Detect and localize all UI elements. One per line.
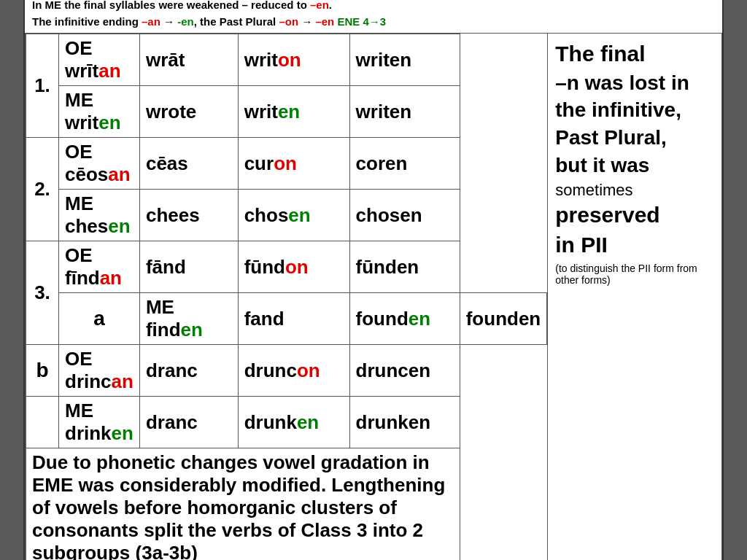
- table-row: b OE drincan dranc druncon druncen: [26, 345, 547, 397]
- slide: In ME the final syllables were weakened …: [23, 0, 724, 560]
- word-cell: ME writen: [59, 86, 140, 138]
- word-cell: druncon: [238, 345, 349, 397]
- word-cell: fand: [238, 293, 349, 345]
- word-cell: fānd: [139, 241, 238, 293]
- header: In ME the final syllables were weakened …: [25, 0, 722, 33]
- right-line4: but it was: [555, 154, 649, 176]
- word-cell: chees: [139, 190, 238, 241]
- word-cell: OE fīndan: [59, 241, 140, 293]
- header-arrow1: →: [160, 15, 177, 28]
- footer-row: Due to phonetic changes vowel gradation …: [26, 448, 547, 561]
- header-en-green: -en: [177, 15, 194, 28]
- word-cell: founden: [460, 293, 547, 345]
- num-cell-a: a: [59, 293, 140, 345]
- word-cell: drunken: [238, 397, 349, 448]
- word-cell: OE drincan: [59, 345, 140, 397]
- header-on: –on: [279, 15, 298, 28]
- header-line1-text: In ME the final syllables were weakened …: [32, 0, 310, 11]
- ene-label: ENE 4→3: [334, 15, 386, 28]
- word-cell: ME chesen: [59, 190, 140, 241]
- right-panel-content: The final –n was lost in the infinitive,…: [555, 39, 714, 286]
- word-cell: writon: [238, 34, 349, 86]
- word-cell: writen: [238, 86, 349, 138]
- word-cell: druncen: [349, 345, 460, 397]
- header-line2: The infinitive ending –an → -en, the Pas…: [32, 14, 715, 31]
- table-row: a ME finden fand founden founden: [26, 293, 547, 345]
- word-cell: chosen: [349, 190, 460, 241]
- word-cell: drunken: [349, 397, 460, 448]
- word-cell: ME finden: [139, 293, 238, 345]
- left-section: 1. OE wrītan wrāt writon writen ME write…: [26, 34, 548, 561]
- header-line2-text: The infinitive ending: [32, 15, 142, 28]
- main-table: 1. OE wrītan wrāt writon writen ME write…: [25, 33, 722, 560]
- header-arrow2: →: [298, 15, 315, 28]
- right-panel: The final –n was lost in the infinitive,…: [548, 34, 722, 561]
- num-cell-empty: [26, 397, 59, 448]
- word-cell: wrāt: [139, 34, 238, 86]
- header-mid2: , the Past Plural: [194, 15, 279, 28]
- word-cell: cēas: [139, 138, 238, 190]
- word-cell: founden: [349, 293, 460, 345]
- right-line6: preserved: [555, 203, 659, 227]
- table-row: 2. OE cēosan cēas curon coren: [26, 138, 547, 190]
- table-row: 3. OE fīndan fānd fūndon fūnden: [26, 241, 547, 293]
- num-cell-1: 1.: [26, 34, 59, 138]
- word-cell: ME drinken: [59, 397, 140, 448]
- num-cell-2: 2.: [26, 138, 59, 241]
- word-cell: writen: [349, 34, 460, 86]
- word-cell: OE cēosan: [59, 138, 140, 190]
- word-cell: fūndon: [238, 241, 349, 293]
- word-cell: curon: [238, 138, 349, 190]
- word-cell: dranc: [139, 397, 238, 448]
- num-cell-b: b: [26, 345, 59, 397]
- table-row: ME writen wrote writen writen: [26, 86, 547, 138]
- table-row: 1. OE wrītan wrāt writon writen: [26, 34, 547, 86]
- table-row: ME chesen chees chosen chosen: [26, 190, 547, 241]
- word-cell: OE wrītan: [59, 34, 140, 86]
- header-en2: –en: [315, 15, 334, 28]
- footer-text: Due to phonetic changes vowel gradation …: [26, 448, 460, 561]
- header-line1: In ME the final syllables were weakened …: [32, 0, 715, 14]
- right-line2: –n was lost in the infinitive,: [555, 71, 689, 122]
- word-cell: coren: [349, 138, 460, 190]
- right-note: (to distinguish the PII form from other …: [555, 262, 714, 286]
- header-en-suffix: –en: [310, 0, 329, 11]
- right-line5: sometimes: [555, 181, 632, 199]
- word-cell: fūnden: [349, 241, 460, 293]
- word-cell: wrote: [139, 86, 238, 138]
- inner-table: 1. OE wrītan wrāt writon writen ME write…: [26, 34, 547, 560]
- word-cell: dranc: [139, 345, 238, 397]
- header-an: –an: [142, 15, 160, 28]
- right-line1: The final: [555, 42, 645, 66]
- right-line3: Past Plural,: [555, 126, 667, 149]
- right-text: The final –n was lost in the infinitive,…: [555, 47, 689, 256]
- table-row: ME drinken dranc drunken drunken: [26, 397, 547, 448]
- num-cell-3: 3.: [26, 241, 59, 345]
- word-cell: writen: [349, 86, 460, 138]
- word-cell: chosen: [238, 190, 349, 241]
- right-line7: in PII: [555, 233, 608, 257]
